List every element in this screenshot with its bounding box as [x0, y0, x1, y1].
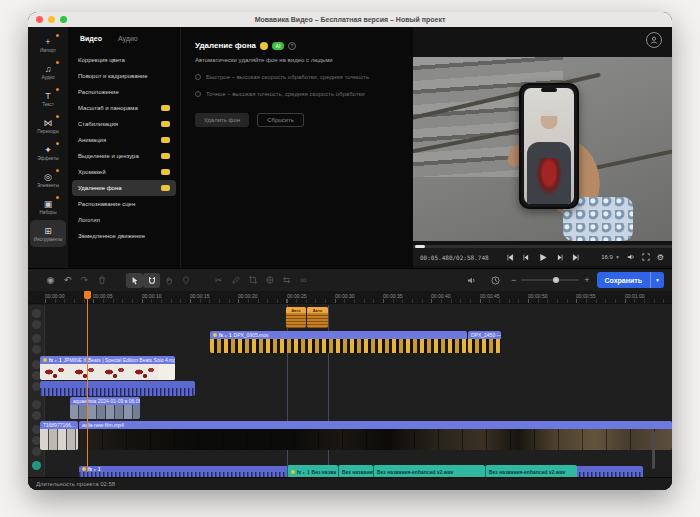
audio-track-icon[interactable]: [32, 461, 41, 470]
step-back-button[interactable]: [522, 254, 529, 261]
person-icon: [650, 36, 658, 44]
tool-rotate-crop[interactable]: Поворот и кадрирование: [72, 68, 176, 84]
audio-clip-untitled-2[interactable]: Без названия: [338, 465, 373, 477]
tool-pan-zoom[interactable]: Масштаб и панорама: [72, 100, 176, 116]
tool-position[interactable]: Расположение: [72, 84, 176, 100]
help-icon[interactable]: ?: [288, 42, 296, 50]
sidebar-item-text[interactable]: T Текст: [30, 85, 66, 112]
magnet-tool-button[interactable]: [143, 273, 160, 288]
ruler-label: 00:00:25: [287, 293, 306, 299]
aspect-ratio-select[interactable]: 16:9▼: [601, 254, 620, 260]
fullscreen-button[interactable]: [642, 253, 650, 261]
timeline-zoom-slider[interactable]: [521, 279, 579, 281]
tool-logo[interactable]: Логотип: [72, 212, 176, 228]
tool-chromakey[interactable]: Хромакей: [72, 164, 176, 180]
ruler-label: 00:00:45: [480, 293, 499, 299]
tab-video[interactable]: Видео: [80, 35, 102, 42]
zoom-slider-thumb[interactable]: [553, 277, 559, 283]
playhead-handle[interactable]: [84, 291, 91, 299]
track-link-icon[interactable]: [32, 345, 41, 354]
clip-filmstrip: [40, 364, 175, 380]
playhead[interactable]: [87, 292, 88, 472]
premium-badge: [161, 137, 170, 143]
tool-slow-motion[interactable]: Замедленное движение: [72, 228, 176, 244]
undo-button[interactable]: ↶: [59, 273, 76, 288]
video-clip-aquaerista[interactable]: aquaerista 2024-01-09 в 06.06.26: [70, 397, 140, 419]
tool-color-correction[interactable]: Коррекция цвета: [72, 52, 176, 68]
delete-button[interactable]: [93, 273, 110, 288]
clip-color-dot: [291, 470, 295, 474]
clip-color-dot: [82, 467, 86, 471]
remove-background-button[interactable]: Удалить фон: [195, 113, 249, 127]
sidebar-item-audio[interactable]: ♫ Аудио: [30, 58, 66, 85]
timeline-ruler[interactable]: 00:00:00 00:00:05 00:00:10 00:00:15 00:0…: [28, 291, 672, 304]
sidebar-item-import[interactable]: + Импорт: [30, 31, 66, 58]
clip-filmstrip: [468, 339, 501, 353]
premium-icon: [260, 42, 268, 50]
crop-button[interactable]: [244, 273, 261, 288]
save-options-button[interactable]: ▼: [650, 272, 664, 288]
skip-start-button[interactable]: [506, 254, 513, 261]
audio-clip-untitled-4[interactable]: Без названия-enhanced v2.wav: [485, 465, 577, 477]
audio-icon: ♫: [45, 64, 52, 74]
tool-highlight-censor[interactable]: Выделение и цензура: [72, 148, 176, 164]
tool-scene-detection[interactable]: Распознавание сцен: [72, 196, 176, 212]
sidebar-item-packs[interactable]: ▣ Наборы: [30, 193, 66, 220]
hand-tool-button[interactable]: [160, 273, 177, 288]
timeline-volume-button[interactable]: [463, 273, 480, 288]
step-forward-button[interactable]: [556, 254, 563, 261]
vertical-scrollbar[interactable]: [652, 431, 655, 469]
top-region: + Импорт ♫ Аудио T Текст ⋈ Переходы: [28, 27, 672, 268]
zoom-out-button[interactable]: −: [511, 275, 516, 285]
select-tool-button[interactable]: [126, 273, 143, 288]
ruler-label: 00:00:00: [45, 293, 64, 299]
audio-clip-untitled-1[interactable]: fx ▸ 1 Без назва: [287, 465, 338, 477]
skip-end-button[interactable]: [572, 254, 579, 261]
play-button[interactable]: [538, 253, 547, 262]
record-button[interactable]: ◉: [42, 273, 59, 288]
track-link-icon[interactable]: [32, 320, 41, 329]
split-button[interactable]: ✂: [210, 273, 227, 288]
video-clip-dpx[interactable]: fx ▸ 1 DPX_0905.mov: [210, 331, 467, 353]
tool-background-removal[interactable]: Удаление фона: [72, 180, 176, 196]
new-badge-dot: [56, 34, 59, 37]
radio-icon: [195, 74, 201, 80]
tool-animation[interactable]: Анимация: [72, 132, 176, 148]
link-button[interactable]: ∞: [295, 273, 312, 288]
track-link-icon[interactable]: [32, 411, 41, 420]
preview-settings-button[interactable]: ⚙: [657, 253, 664, 262]
track-visibility-icon[interactable]: [32, 309, 41, 318]
sidebar-item-effects[interactable]: ✦ Эффекты: [30, 139, 66, 166]
tool-stabilization[interactable]: Стабилизация: [72, 116, 176, 132]
video-viewport: [413, 57, 672, 241]
option-precise[interactable]: Точное – высокая точность, средняя скоро…: [195, 91, 399, 97]
volume-button[interactable]: [627, 253, 635, 261]
video-clip-main[interactable]: avila-new-film.mp4: [79, 421, 672, 450]
track-visibility-icon[interactable]: [32, 400, 41, 409]
track-visibility-icon[interactable]: [32, 334, 41, 343]
title-clip[interactable]: Авто: [286, 307, 306, 328]
audio-clip-untitled-3[interactable]: Без названия-enhanced v2.wav: [373, 465, 485, 477]
account-button[interactable]: [646, 32, 662, 48]
save-button[interactable]: Сохранить: [597, 277, 650, 284]
marker-tool-button[interactable]: [177, 273, 194, 288]
audio-clip-jpmine[interactable]: [40, 381, 195, 396]
video-clip-photos[interactable]: 7168977166...: [40, 421, 78, 450]
sidebar-item-elements[interactable]: ◎ Элементы: [30, 166, 66, 193]
elements-icon: ◎: [44, 172, 52, 182]
video-clip-jpmine[interactable]: fx ▸ 1 JPMINE X Beats | Special Edition …: [40, 356, 175, 380]
option-fast[interactable]: Быстрое – высокая скорость обработки, ср…: [195, 74, 399, 80]
sidebar-item-tools[interactable]: ⊞ Инструменты: [30, 220, 66, 247]
sidebar-item-transitions[interactable]: ⋈ Переходы: [30, 112, 66, 139]
history-button[interactable]: [487, 273, 504, 288]
title-clip[interactable]: Авто: [307, 307, 328, 328]
edit-button[interactable]: [227, 273, 244, 288]
color-button[interactable]: [261, 273, 278, 288]
reset-button[interactable]: Сбросить: [257, 113, 304, 127]
redo-button[interactable]: ↷: [76, 273, 93, 288]
zoom-in-button[interactable]: +: [584, 275, 589, 285]
speed-button[interactable]: ⇆: [278, 273, 295, 288]
premium-badge: [161, 153, 170, 159]
video-clip-dpx2[interactable]: DPX_2450 — 4: [468, 331, 501, 353]
tab-audio[interactable]: Аудио: [118, 35, 138, 42]
